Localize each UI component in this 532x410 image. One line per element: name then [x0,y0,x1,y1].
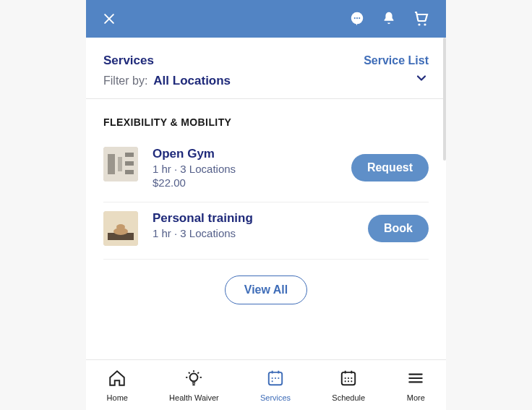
svg-rect-11 [125,153,134,157]
bell-icon[interactable] [381,11,397,27]
service-info: Open Gym 1 hr · 3 Locations $22.00 [153,147,351,189]
bottom-nav: Home Health Waiver Services Schedule [86,359,446,410]
svg-point-5 [359,17,360,19]
filter-row: Filter by: All Locations [103,74,429,88]
page: Services Service List Filter by: All Loc… [86,0,446,410]
nav-label: Health Waiver [169,393,219,402]
nav-schedule[interactable]: Schedule [332,369,365,402]
header-row: Services Service List [103,54,429,68]
close-icon[interactable] [102,12,116,26]
nav-label: More [407,393,425,402]
svg-point-30 [275,377,276,378]
top-bar [86,0,446,38]
page-title: Services [103,54,154,68]
svg-line-23 [198,372,200,373]
cart-icon[interactable] [413,10,430,27]
service-row: Open Gym 1 hr · 3 Locations $22.00 Reque… [103,138,429,202]
chevron-down-icon[interactable] [414,71,429,88]
nav-home[interactable]: Home [107,369,128,402]
svg-point-7 [424,23,426,25]
svg-point-39 [345,380,346,382]
svg-point-37 [348,377,349,378]
svg-line-22 [189,372,190,373]
category-title: FLEXIBILITY & MOBILITY [103,116,429,128]
svg-point-6 [418,23,420,25]
svg-point-4 [356,17,358,19]
svg-point-36 [345,377,346,378]
view-all-button[interactable]: View All [225,276,307,304]
top-bar-right [349,10,430,27]
service-meta: 1 hr · 3 Locations [153,227,368,239]
svg-point-38 [351,377,352,378]
svg-point-17 [116,224,125,230]
calendar-icon [339,369,358,390]
svg-point-41 [351,380,352,382]
lightbulb-icon [184,369,203,390]
nav-more[interactable]: More [406,369,425,402]
service-info: Personal training 1 hr · 3 Locations [153,211,368,241]
svg-rect-10 [118,157,122,171]
app-frame: Services Service List Filter by: All Loc… [0,0,532,410]
service-name[interactable]: Open Gym [153,147,351,161]
svg-point-31 [278,377,279,378]
calendar-dots-icon [266,369,285,390]
svg-rect-13 [125,170,134,174]
view-all-wrap: View All [103,260,429,326]
nav-label: Schedule [332,393,365,402]
nav-label: Services [260,393,291,402]
service-name[interactable]: Personal training [153,211,368,226]
service-list-link[interactable]: Service List [364,54,429,67]
svg-rect-12 [125,161,134,166]
nav-health-waiver[interactable]: Health Waiver [169,369,219,402]
filter-value[interactable]: All Locations [153,74,231,88]
svg-point-3 [354,17,356,19]
svg-point-32 [272,380,273,382]
nav-services[interactable]: Services [260,369,291,402]
filter-label: Filter by: [103,74,147,87]
service-row: Personal training 1 hr · 3 Locations Boo… [103,202,429,260]
request-button[interactable]: Request [351,154,429,181]
home-icon [108,369,126,390]
menu-icon [406,369,425,390]
service-price: $22.00 [153,176,351,189]
category-section: FLEXIBILITY & MOBILITY Open Gym 1 hr · 3… [86,99,446,326]
header-section: Services Service List Filter by: All Loc… [86,38,446,99]
svg-point-40 [348,380,349,382]
svg-point-29 [272,377,273,378]
chat-icon[interactable] [349,11,365,27]
nav-label: Home [107,393,128,402]
gutter-left [0,0,86,410]
service-thumbnail [103,211,138,246]
top-bar-left [102,12,116,26]
gutter-right [446,0,532,410]
scrollbar[interactable] [443,38,446,161]
svg-rect-9 [108,154,115,174]
book-button[interactable]: Book [368,215,429,242]
service-thumbnail [103,147,138,181]
service-meta: 1 hr · 3 Locations [153,163,351,175]
svg-point-18 [190,373,198,381]
